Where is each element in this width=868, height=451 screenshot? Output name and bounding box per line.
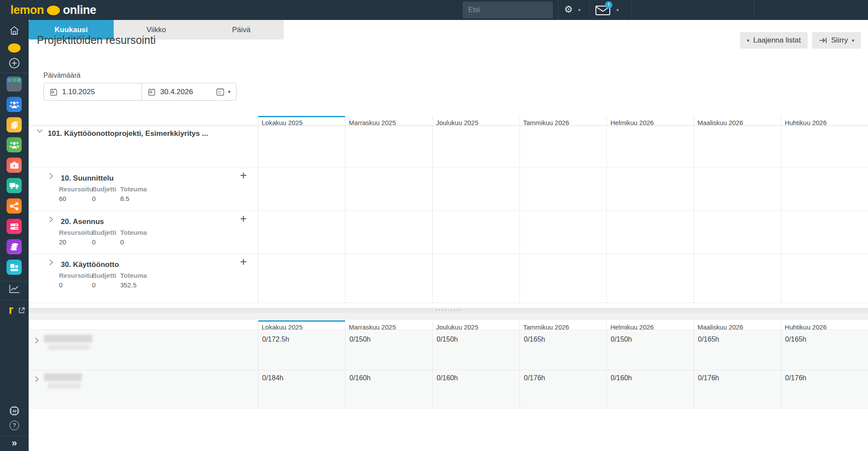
mini-app-green <box>12 78 16 82</box>
caret-down-icon: ▾ <box>228 89 230 95</box>
add-resource-button[interactable]: + <box>240 170 247 181</box>
users-green-icon[interactable] <box>7 137 22 152</box>
expand-sidebar-icon[interactable]: » <box>12 438 17 449</box>
svg-text:AI: AI <box>13 409 16 413</box>
home-icon[interactable] <box>10 26 20 37</box>
documents-icon[interactable] <box>7 117 22 132</box>
r-external-link[interactable]: r <box>9 304 25 316</box>
calendar-icon <box>148 88 155 96</box>
column-divider <box>781 116 781 303</box>
lemon-icon <box>47 6 60 15</box>
search-input[interactable] <box>463 2 553 18</box>
column-divider <box>345 320 345 408</box>
sidebar: r AI ? » <box>0 20 29 451</box>
date-range-label: Päivämäärä <box>43 72 80 79</box>
metric-label: Resursoitu <box>59 229 93 236</box>
date-preset-dropdown[interactable]: ▾ <box>216 88 236 96</box>
column-divider <box>258 320 258 408</box>
caret-down-icon: ▾ <box>747 38 750 43</box>
row-divider <box>29 370 868 370</box>
phase-row[interactable]: 30. Käyttöönotto+Resursoitu0Budjetti0Tot… <box>29 253 258 296</box>
phase-row[interactable]: 20. Asennus+Resursoitu20Budjetti0Toteuma… <box>29 211 258 253</box>
server-icon[interactable] <box>7 219 22 234</box>
chevron-down-icon[interactable] <box>36 129 43 133</box>
toolbox-icon[interactable] <box>7 158 22 173</box>
users-blue-icon[interactable] <box>7 97 22 112</box>
chevron-right-icon[interactable] <box>35 337 39 346</box>
topbar-divider <box>589 0 590 20</box>
metric-label: Budjetti <box>92 229 116 236</box>
line-chart-icon[interactable] <box>9 284 20 295</box>
column-divider <box>432 116 433 303</box>
network-icon[interactable] <box>7 198 22 214</box>
add-resource-button[interactable]: + <box>240 213 247 225</box>
add-resource-button[interactable]: + <box>240 256 247 268</box>
splitter-band <box>29 313 868 320</box>
go-label: Siirry <box>831 36 848 45</box>
top-bar: lemon online ⚙ ▾ ! ▾ <box>0 0 868 20</box>
chevron-right-icon[interactable] <box>49 216 53 224</box>
column-divider <box>345 116 345 303</box>
phase-row[interactable]: 10. Suunnittelu+Resursoitu60Budjetti0Tot… <box>29 167 258 210</box>
metric-label: Toteuma <box>120 185 147 193</box>
sidebar-divider <box>0 281 29 281</box>
project-row[interactable]: 101. Käyttööonottoprojekti, Esimerkkiyri… <box>29 125 258 167</box>
chevron-right-icon[interactable] <box>35 376 39 384</box>
redacted-person-name <box>44 373 82 381</box>
metric-label: Budjetti <box>92 272 116 279</box>
go-button[interactable]: Siirry ▾ <box>812 32 861 49</box>
phase-label: 30. Käyttöönotto <box>61 260 119 269</box>
mail-caret-icon[interactable]: ▾ <box>616 7 619 13</box>
chevron-right-icon[interactable] <box>49 259 53 267</box>
caret-down-icon: ▾ <box>852 38 855 43</box>
metric-value: 0 <box>59 281 62 289</box>
add-circle-icon[interactable] <box>9 58 20 70</box>
sidebar-divider <box>0 435 29 436</box>
topbar-divider <box>558 0 559 20</box>
tab-paiva[interactable]: Päivä <box>199 20 284 40</box>
metric-label: Toteuma <box>120 272 147 279</box>
sidebar-divider <box>0 300 29 300</box>
project-label: 101. Käyttööonottoprojekti, Esimerkkiyri… <box>48 129 208 138</box>
chevron-right-icon[interactable] <box>49 173 53 181</box>
lower-column-grid <box>258 320 868 408</box>
splitter-handle-icon <box>436 309 461 311</box>
metric-value: 0 <box>92 195 95 202</box>
mini-app-teal <box>17 78 21 82</box>
conveyor-icon[interactable] <box>7 260 22 275</box>
expand-lists-label: Laajenna listat <box>753 36 801 45</box>
column-divider <box>606 116 607 303</box>
help-icon[interactable]: ? <box>10 421 19 430</box>
redacted-person-subtitle <box>48 383 81 388</box>
calendar-options-icon <box>216 88 224 96</box>
app-logo[interactable]: lemon online <box>10 0 96 20</box>
ai-chip-icon[interactable]: AI <box>9 405 20 418</box>
metric-value: 60 <box>59 195 66 202</box>
date-to-field[interactable]: 30.4.2026 <box>142 83 193 100</box>
gear-icon[interactable]: ⚙ <box>564 4 573 15</box>
date-from-value: 1.10.2025 <box>62 88 95 96</box>
header-divider <box>29 330 868 330</box>
expand-lists-button[interactable]: ▾ Laajenna listat <box>740 32 808 49</box>
phase-label: 10. Suunnittelu <box>61 174 114 183</box>
metric-value: 0 <box>120 238 124 246</box>
panel-splitter[interactable] <box>29 308 868 313</box>
upper-column-grid <box>258 116 868 303</box>
redacted-person-name <box>44 335 92 342</box>
truck-icon[interactable] <box>7 178 22 193</box>
lemon-nav-icon[interactable] <box>8 43 21 53</box>
date-from-field[interactable]: 1.10.2025 <box>44 83 142 100</box>
metric-value: 352.5 <box>120 281 137 289</box>
gear-caret-icon[interactable]: ▾ <box>578 7 581 13</box>
date-range-picker: 1.10.2025 30.4.2026 ▾ <box>43 83 237 101</box>
column-divider <box>519 320 520 408</box>
metric-label: Resursoitu <box>59 185 93 193</box>
metric-label: Toteuma <box>120 229 147 236</box>
coins-icon[interactable] <box>7 239 22 254</box>
calendar-icon <box>50 88 57 96</box>
logo-text-lemon: lemon <box>10 3 44 17</box>
metric-label: Budjetti <box>92 185 116 193</box>
mini-app-blue <box>7 78 11 82</box>
metric-value: 0 <box>92 238 95 246</box>
apps-tile-icon[interactable] <box>7 76 22 92</box>
